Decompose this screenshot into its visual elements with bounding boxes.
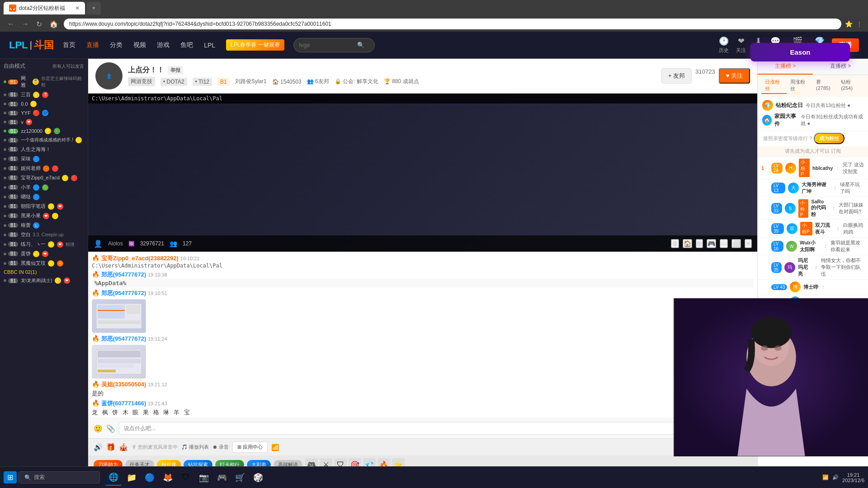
taskbar-browser[interactable]: 🌐 [105,469,122,486]
props-btn[interactable]: 🎪 [119,443,128,451]
list-item[interactable]: B1 妮何老师 🔸 ❗ [2,164,86,173]
fans-count: 🏠 1540503 [272,79,302,85]
taskbar-steam[interactable]: 🎲 [250,469,266,486]
nav-refresh-btn[interactable]: ↻ [34,20,44,28]
become-fan-btn[interactable]: 成为粉丝 [814,133,844,144]
new-tab[interactable]: + [87,2,101,14]
apps-center-btn[interactable]: ⊞ 应用中心 [232,441,268,453]
nav-forward-btn[interactable]: → [20,20,31,28]
nav-games[interactable]: 游戏 [157,41,170,49]
list-item[interactable]: B1 空白 3.3. Creepin up [2,230,86,239]
chat-message: 🔥 宝哥Zipp0_e7acd(23882292) 19:10:21 C:\Us… [88,253,757,270]
screen-btn[interactable]: 🖥 [671,239,679,248]
player-avatar-btn[interactable]: 👤 [94,239,103,248]
list-item[interactable]: B1 一个值得感成感感的对手.! ⭐ [2,136,86,145]
fan-name: 双刀流夜斗 [815,222,833,235]
fan-name: 大海男神谢广坤 [802,181,830,195]
video-player[interactable]: C:\Users\Administrator\AppData\Local\Pal… [88,94,757,252]
report-btn[interactable]: 举报 [168,66,183,75]
list-item[interactable]: B1 网雅 🏅 你是芝士麻辣味吗粗粗 [2,74,86,90]
chat-text-input[interactable] [119,422,720,435]
level-badge: B1 [8,204,18,209]
taskbar-edge[interactable]: 🔵 [142,469,158,486]
list-item[interactable]: B1 嗯哒 🔹 [2,192,86,202]
nav-live[interactable]: 直播 [86,41,99,49]
list-item[interactable]: B1 蛋饼 ⭐ ❤ [2,249,86,258]
start-btn[interactable]: ⊞ [4,471,17,483]
badge-icon: ⭐ [48,203,54,210]
nav-video[interactable]: 视频 [133,41,146,49]
weekly-fan-tab[interactable]: 周涨粉丝 [787,78,812,94]
record-btn[interactable]: ⏺ 录音 [212,444,229,450]
active-tab[interactable]: 🦊 dota2分区钻粉析福 ✕ [4,2,85,14]
taskbar-camera[interactable]: 📷 [196,469,212,486]
nav-category[interactable]: 分类 [110,41,123,49]
nav-fishbar[interactable]: 鱼吧 [180,41,193,49]
list-item[interactable]: B1 zz120000 ⭐ 🔸 [2,127,86,136]
follow-icon[interactable]: ❤关注 [736,36,746,54]
list-item[interactable]: B1 宝哥Zipp0_e7acd ⭐ 🔴 [2,173,86,183]
list-item[interactable]: B1 格蕾 L [2,221,86,230]
tab-close-btn[interactable]: ✕ [75,5,80,11]
gift-btn[interactable]: 🎁 [106,443,115,451]
history-icon[interactable]: 🕐历史 [719,36,729,54]
nav-home-btn[interactable]: 🏠 [47,20,60,28]
grid-btn[interactable]: ⊞ [696,239,703,248]
logo[interactable]: LPL | 斗国 [9,38,54,52]
taskbar-antivirus[interactable]: 🛡 [178,469,194,486]
star-icon: ⭐ [33,92,39,98]
minimize-btn[interactable]: — [720,239,728,248]
list-item[interactable]: B1 黑果小果 ❤ ⭐ [2,211,86,221]
search-input[interactable] [299,42,354,48]
gold-icon: 🔥 [92,289,99,296]
address-bar[interactable]: https://www.douyu.com/topic/dotaz2fqfj?r… [64,19,841,29]
nav-back-btn[interactable]: ← [5,20,16,28]
playlist-btn[interactable]: 🎵 播放列表 [181,444,209,450]
offline-indicator [4,205,6,208]
list-item[interactable]: B1 YYF 🔴 💙 [2,108,86,117]
msg-timestamp: 19:10:38 [148,272,167,277]
list-item[interactable]: B1 黑魔仙艾玟 ⭐ 🔶 [2,258,86,268]
close-player-btn[interactable]: ✕ [745,239,752,248]
sort-label: 接照亲密度等级排行 ? [763,135,812,142]
msg-timestamp: 19:10:51 [148,291,167,296]
friend-btn[interactable]: + 友邦 [661,68,692,84]
taskbar-explorer[interactable]: 📁 [123,469,140,486]
nav-home[interactable]: 首页 [63,41,75,49]
taskbar-search[interactable]: 🔍 搜索 [19,471,100,483]
user-name: 妮何老师 [21,165,41,172]
list-item[interactable]: B1 人生之海海！ [2,145,86,154]
list-item[interactable]: B1 采味 🔹 [2,154,86,164]
extensions-icon[interactable]: ⭐ [845,20,853,28]
game-btn[interactable]: 🎮 [707,239,716,248]
daily-fan-tab[interactable]: 日涨粉丝 [761,78,787,94]
home-btn[interactable]: 🏠 [683,239,692,248]
rooms-info: 👥 6友邦 [307,78,329,85]
list-item[interactable]: B1 朝阳字笔语 ⭐ ❤ [2,202,86,211]
list-item[interactable]: B1 v ❤ [2,117,86,127]
follow-btn[interactable]: ♥ 关注 [719,68,750,84]
taskbar-firefox[interactable]: 🦊 [160,469,176,486]
lpl-season-badge[interactable]: LPL春季赛 一键观赛 [226,39,284,51]
list-item[interactable]: B1 0.0 ⭐ [2,99,86,108]
player-id-btn[interactable]: Aiolos [108,240,123,247]
search-box[interactable]: 🔍 [293,38,375,52]
list-item[interactable]: B1 小羊 🔹 🟢 [2,183,86,192]
taskbar-game[interactable]: 🎮 [214,469,230,486]
taskbar-store[interactable]: 🛒 [232,469,248,486]
volume-btn[interactable]: 🔊 [94,443,103,451]
list-item[interactable]: B1 练习、ヽ一 ⭐ ❤ 粗缝 [2,239,86,249]
list-item[interactable]: B1 三百 ⭐ 🎖 [2,90,86,99]
diamond-tab[interactable]: 钻粉(254) [837,78,864,94]
emoji-btn[interactable]: 🙂 [94,424,103,433]
fullscreen-btn[interactable]: ⬜ [731,239,741,248]
search-icon[interactable]: 🔍 [357,42,364,48]
nav-lpl[interactable]: LPL [204,42,215,49]
settings-icon[interactable]: ⋮ [856,20,863,28]
race-tab[interactable]: 赛(2785) [812,78,837,94]
list-item[interactable]: B1 龙\龙弟弟(战士) ⭐ ❤ [2,276,86,285]
fan-comment-text: 绿星不玩了吗 [840,181,864,195]
attach-btn[interactable]: 📎 [106,424,115,433]
level-badge: B1 [8,213,18,218]
chat-input-area: 🙂 📎 ↩ 😊▾ 🎤 🔊 🎁 [88,418,757,455]
